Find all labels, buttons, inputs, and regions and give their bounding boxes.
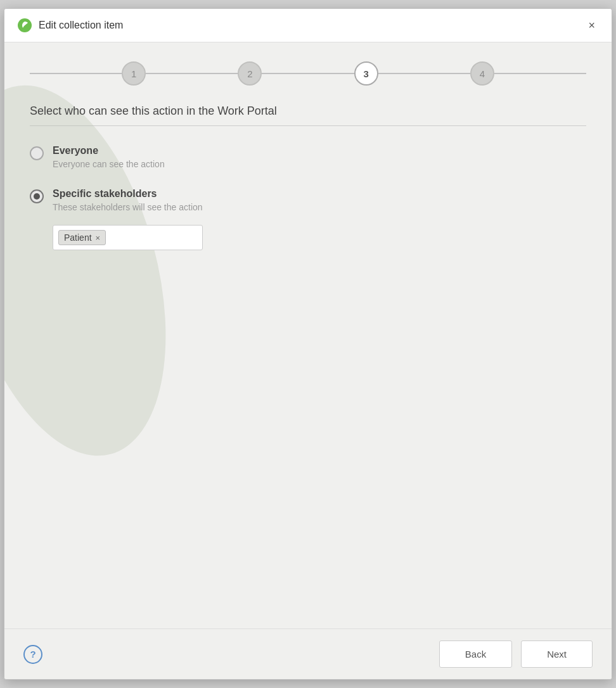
step-4: 4 <box>470 61 494 86</box>
stepper: 1 2 3 4 <box>30 61 586 86</box>
section-divider <box>30 125 586 126</box>
dialog-title: Edit collection item <box>39 20 123 31</box>
help-button[interactable]: ? <box>23 645 42 664</box>
title-bar: Edit collection item × <box>4 9 612 42</box>
step-2: 2 <box>238 61 262 86</box>
step-1: 1 <box>122 61 146 86</box>
next-button[interactable]: Next <box>521 640 593 668</box>
radio-everyone-label: Everyone Everyone can see the action <box>53 145 165 169</box>
radio-everyone-desc: Everyone can see the action <box>53 159 165 169</box>
radio-specific-label: Specific stakeholders These stakeholders… <box>53 188 203 250</box>
radio-group: Everyone Everyone can see the action Spe… <box>30 145 586 250</box>
content-area: 1 2 3 4 Select who can see this action i… <box>4 42 612 628</box>
footer-actions: Back Next <box>439 640 593 668</box>
radio-specific[interactable] <box>30 189 44 203</box>
stepper-line-2 <box>262 73 354 74</box>
dialog: Edit collection item × 1 2 3 4 <box>4 8 612 680</box>
app-icon <box>17 18 32 33</box>
option-everyone[interactable]: Everyone Everyone can see the action <box>30 145 586 169</box>
stepper-line-1 <box>146 73 238 74</box>
tag-patient: Patient × <box>58 230 106 245</box>
footer: ? Back Next <box>4 628 612 679</box>
step-3: 3 <box>354 61 378 86</box>
background-decoration <box>4 62 203 478</box>
tag-patient-label: Patient <box>64 233 92 243</box>
stepper-line-4 <box>494 73 586 74</box>
tag-patient-remove[interactable]: × <box>96 234 101 242</box>
tags-input[interactable]: Patient × <box>53 225 203 250</box>
section-title: Select who can see this action in the Wo… <box>30 105 586 118</box>
title-bar-left: Edit collection item <box>17 18 123 33</box>
radio-everyone[interactable] <box>30 146 44 160</box>
radio-everyone-title: Everyone <box>53 145 165 156</box>
stepper-line-0 <box>30 73 122 74</box>
radio-specific-desc: These stakeholders will see the action <box>53 202 203 212</box>
back-button[interactable]: Back <box>439 640 512 668</box>
stepper-line-3 <box>378 73 470 74</box>
radio-specific-title: Specific stakeholders <box>53 188 203 200</box>
close-button[interactable]: × <box>584 18 599 32</box>
option-specific[interactable]: Specific stakeholders These stakeholders… <box>30 188 586 250</box>
